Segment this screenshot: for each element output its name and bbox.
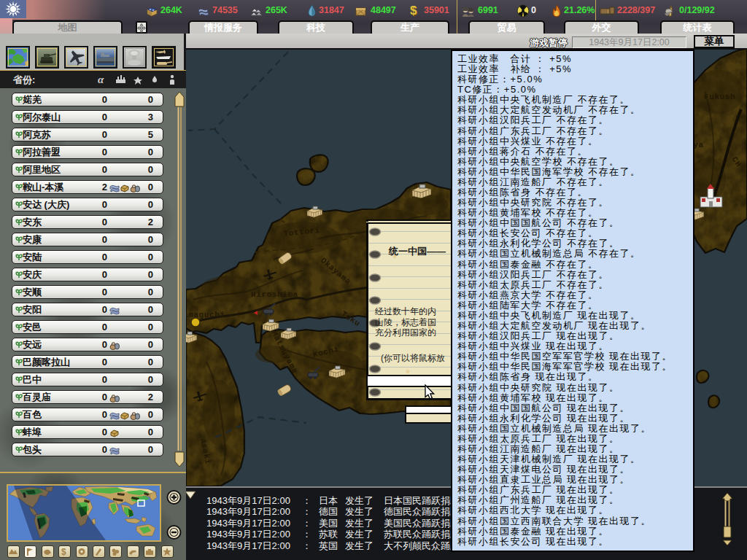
svg-text:amaguchi: amaguchi: [186, 311, 225, 319]
svg-text:α: α: [98, 74, 104, 85]
svg-text:Fukush: Fukush: [704, 93, 735, 101]
svg-text:$: $: [61, 547, 66, 556]
svg-text:Hiroshima: Hiroshima: [251, 290, 298, 299]
